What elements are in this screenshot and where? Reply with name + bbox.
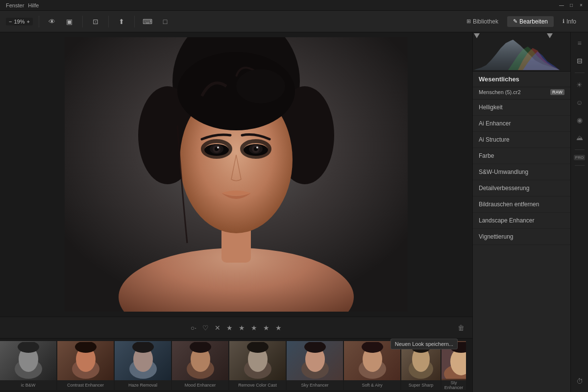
film-item-colorcast[interactable]: Remove Color Cast bbox=[229, 341, 286, 390]
svg-point-20 bbox=[256, 147, 258, 148]
film-thumb-bw bbox=[0, 341, 56, 380]
save-look-tooltip: Neuen Look speichern... bbox=[391, 339, 458, 349]
svg-point-9 bbox=[236, 69, 285, 103]
film-label-soft: Soft & Airy bbox=[344, 380, 400, 390]
right-panel: Wesentliches Menschen (5).cr2 RAW Hellig… bbox=[472, 32, 570, 392]
minimize-button[interactable]: — bbox=[559, 2, 564, 8]
keyboard-button[interactable]: ⌨ bbox=[141, 15, 154, 28]
film-thumb-colorcast bbox=[229, 341, 286, 380]
panel-section-title: Wesentliches bbox=[473, 72, 570, 87]
compare-button[interactable]: ▣ bbox=[63, 15, 76, 28]
histogram-chart bbox=[474, 36, 560, 70]
photo-viewport[interactable] bbox=[65, 37, 408, 312]
film-label-colorcast: Remove Color Cast bbox=[229, 380, 286, 390]
clock-icon[interactable]: ⏱ bbox=[573, 374, 587, 388]
face-icon[interactable]: ☺ bbox=[573, 96, 587, 109]
crop-button[interactable]: ⊡ bbox=[89, 15, 102, 28]
tab-info[interactable]: ℹ Info bbox=[557, 16, 582, 27]
portrait-icon[interactable]: ◉ bbox=[573, 113, 587, 127]
rating-bar: ○· ♡ ✕ ★ ★ ★ ★ ★ 🗑 bbox=[0, 317, 472, 338]
pro-badge[interactable]: PRO bbox=[574, 155, 585, 160]
image-canvas bbox=[0, 32, 472, 317]
adj-ai-enhancer[interactable]: Ai Enhancer bbox=[473, 116, 570, 132]
adj-vignettierung[interactable]: Vignettierung bbox=[473, 229, 570, 245]
film-thumb-mood bbox=[172, 341, 228, 380]
film-item-sky[interactable]: Sky Enhancer bbox=[287, 341, 343, 390]
raw-badge: RAW bbox=[550, 89, 564, 95]
close-button[interactable]: × bbox=[578, 2, 584, 8]
file-info: Menschen (5).cr2 RAW bbox=[473, 87, 570, 99]
adj-farbe[interactable]: Farbe bbox=[473, 148, 570, 164]
file-name: Menschen (5).cr2 bbox=[479, 89, 521, 95]
adj-landscape-enhancer[interactable]: Landscape Enhancer bbox=[473, 213, 570, 229]
portrait-image bbox=[65, 37, 408, 312]
toolbar-separator-4 bbox=[134, 16, 135, 27]
film-label-sty: Sty Enhancer bbox=[441, 380, 466, 390]
view-mode-button[interactable]: 👁 bbox=[45, 15, 59, 28]
film-thumb-sky bbox=[287, 341, 343, 380]
film-thumb-haze bbox=[115, 341, 171, 380]
toolbar-separator-2 bbox=[82, 16, 83, 27]
adj-sw-umwandlung[interactable]: S&W-Umwandlung bbox=[473, 164, 570, 180]
main-content: ○· ♡ ✕ ★ ★ ★ ★ ★ 🗑 Neuen Look speichern.… bbox=[0, 32, 588, 392]
film-thumb-contrast bbox=[57, 341, 114, 380]
menu-fenster[interactable]: Fenster bbox=[4, 2, 26, 8]
zoom-plus-button[interactable]: + bbox=[26, 19, 29, 24]
circle-rating-icon[interactable]: ○· bbox=[191, 324, 196, 332]
filmstrip: Neuen Look speichern... ic B&W bbox=[0, 338, 472, 392]
film-item-haze[interactable]: Haze Removal bbox=[115, 341, 171, 390]
star-4[interactable]: ★ bbox=[263, 324, 270, 332]
delete-button[interactable]: 🗑 bbox=[458, 324, 465, 332]
histogram bbox=[473, 32, 570, 72]
star-2[interactable]: ★ bbox=[239, 324, 245, 332]
toolbar-right: ⊞ Bibliothek ✎ Bearbeiten ℹ Info bbox=[461, 16, 582, 27]
svg-point-14 bbox=[217, 147, 219, 148]
adj-ai-structure[interactable]: Ai Structure bbox=[473, 132, 570, 148]
image-area: ○· ♡ ✕ ★ ★ ★ ★ ★ 🗑 Neuen Look speichern.… bbox=[0, 32, 472, 392]
film-label-mood: Mood Enhancer bbox=[172, 380, 228, 390]
toolbar: − 19% + 👁 ▣ ⊡ ⬆ ⌨ □ ⊞ Bibliothek ✎ Bearb… bbox=[0, 11, 588, 32]
maximize-button[interactable]: □ bbox=[568, 2, 574, 8]
fullscreen-button[interactable]: □ bbox=[158, 15, 172, 28]
share-button[interactable]: ⬆ bbox=[115, 15, 128, 28]
toolbar-separator-1 bbox=[39, 16, 39, 27]
tab-bibliothek[interactable]: ⊞ Bibliothek bbox=[461, 16, 504, 27]
star-1[interactable]: ★ bbox=[226, 324, 233, 332]
film-label-bw: ic B&W bbox=[0, 380, 56, 390]
film-item-contrast[interactable]: Contrast Enhancer bbox=[57, 341, 114, 390]
right-icon-sidebar: ≡ ⊟ ☀ ☺ ◉ ⛰ PRO ⏱ bbox=[570, 32, 588, 392]
adj-detailverbesserung[interactable]: Detailverbesserung bbox=[473, 180, 570, 196]
sun-icon[interactable]: ☀ bbox=[573, 78, 587, 92]
layers-icon[interactable]: ≡ bbox=[573, 36, 587, 50]
reject-icon[interactable]: ✕ bbox=[215, 324, 220, 332]
film-label-haze: Haze Removal bbox=[115, 380, 171, 390]
star-3[interactable]: ★ bbox=[251, 324, 257, 332]
toolbar-separator-3 bbox=[108, 16, 109, 27]
star-5[interactable]: ★ bbox=[275, 324, 282, 332]
zoom-minus-button[interactable]: − bbox=[9, 19, 12, 24]
menu-hilfe[interactable]: Hilfe bbox=[26, 2, 41, 8]
film-item-bw[interactable]: ic B&W bbox=[0, 341, 56, 390]
panels-icon[interactable]: ⊟ bbox=[573, 54, 587, 68]
tab-bearbeiten[interactable]: ✎ Bearbeiten bbox=[507, 16, 554, 27]
film-item-mood[interactable]: Mood Enhancer bbox=[172, 341, 228, 390]
heart-rating-icon[interactable]: ♡ bbox=[202, 324, 209, 332]
film-label-sharp: Super Sharp bbox=[401, 380, 441, 390]
film-label-sky: Sky Enhancer bbox=[287, 380, 343, 390]
titlebar: Fenster Hilfe — □ × bbox=[0, 0, 588, 11]
sidebar-separator-1 bbox=[575, 73, 585, 73]
zoom-controls: − 19% + bbox=[6, 18, 33, 25]
adjustments-panel: Helligkeit Ai Enhancer Ai Structure Farb… bbox=[473, 99, 570, 392]
sidebar-separator-3 bbox=[575, 165, 585, 166]
adj-bildrauschen[interactable]: Bildrauschen entfernen bbox=[473, 196, 570, 213]
sidebar-separator-2 bbox=[575, 149, 585, 150]
adj-helligkeit[interactable]: Helligkeit bbox=[473, 99, 570, 116]
landscape-icon[interactable]: ⛰ bbox=[573, 131, 587, 145]
zoom-level: 19% bbox=[14, 19, 24, 24]
film-label-contrast: Contrast Enhancer bbox=[57, 380, 114, 390]
